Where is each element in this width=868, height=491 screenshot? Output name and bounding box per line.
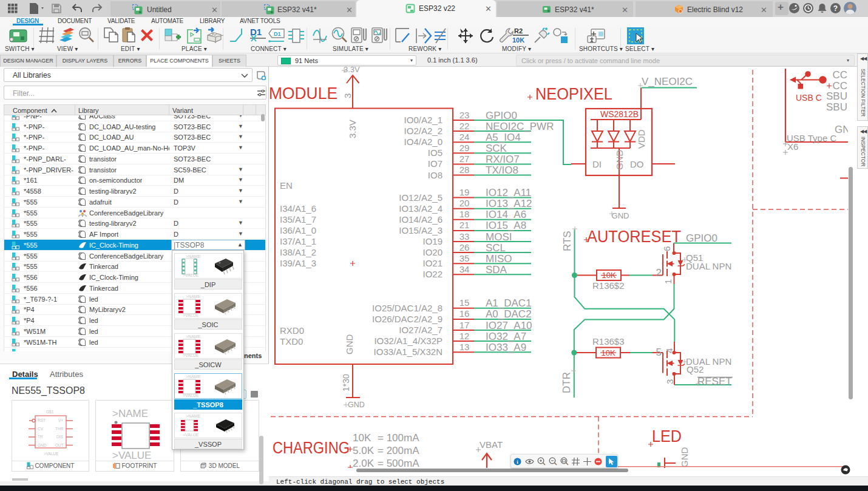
svg-text:22: 22 [459, 121, 470, 131]
svg-text:OUT: OUT [55, 443, 64, 447]
svg-text:RTS: RTS [561, 231, 573, 251]
svg-text:6: 6 [662, 246, 672, 251]
svg-text:NEOPIXEL: NEOPIXEL [535, 84, 612, 103]
svg-text:Q52: Q52 [687, 364, 704, 374]
svg-text:2: 2 [656, 267, 662, 279]
svg-text:DIS: DIS [56, 435, 64, 439]
svg-text:= 200mA: = 200mA [378, 445, 419, 456]
svg-text:10K: 10K [353, 432, 371, 444]
svg-text:A1_DAC1: A1_DAC1 [486, 297, 532, 309]
svg-text:35: 35 [459, 253, 470, 263]
svg-text:GND: GND [344, 334, 354, 355]
svg-text:SDA: SDA [486, 264, 507, 276]
svg-text:IO32/A1_4/X32P: IO32/A1_4/X32P [374, 336, 442, 346]
svg-text:IO14/A2_6: IO14/A2_6 [399, 214, 442, 225]
svg-text:IO33/A1_5/X32N: IO33/A1_5/X32N [374, 347, 442, 357]
svg-text:16: 16 [459, 308, 470, 319]
svg-text:IO25/DAC1/A2_8: IO25/DAC1/A2_8 [372, 303, 442, 313]
svg-text:D1: D1 [274, 31, 281, 37]
svg-text:DTR: DTR [561, 372, 572, 393]
svg-text:MISO: MISO [486, 253, 512, 265]
svg-text:>NAME: >NAME [112, 408, 148, 419]
svg-text:MOSI: MOSI [486, 231, 512, 243]
svg-text:23: 23 [459, 110, 470, 120]
svg-text:29: 29 [459, 143, 470, 153]
svg-text:10K: 10K [512, 36, 524, 44]
svg-text:24: 24 [459, 132, 470, 142]
svg-text:V_NEOI2C: V_NEOI2C [642, 76, 693, 87]
svg-text:IO4/A2_0: IO4/A2_0 [404, 137, 442, 147]
svg-text:18: 18 [459, 209, 470, 219]
svg-text:DUAL NPN: DUAL NPN [686, 261, 731, 271]
svg-text:26: 26 [459, 242, 470, 252]
svg-text:NEOI2C_PWR: NEOI2C_PWR [486, 121, 554, 132]
svg-text:LED: LED [652, 427, 682, 445]
svg-text:VDD: VDD [636, 129, 646, 149]
svg-text:MODULE: MODULE [269, 84, 337, 103]
svg-text:IO2/A2_2: IO2/A2_2 [404, 126, 442, 136]
svg-text:= 100mA: = 100mA [378, 432, 419, 444]
svg-text:G$1: G$1 [46, 410, 54, 414]
svg-text:34: 34 [459, 264, 470, 274]
svg-text:I34/A1_6: I34/A1_6 [280, 203, 316, 214]
svg-text:3: 3 [665, 379, 675, 384]
svg-text:IO12_A11: IO12_A11 [486, 187, 531, 198]
svg-text:RESET: RESET [697, 376, 732, 387]
svg-text:R136$3: R136$3 [592, 336, 625, 347]
svg-text:IO13_A12: IO13_A12 [486, 198, 532, 209]
svg-text:GND: GND [38, 443, 47, 447]
svg-text:21: 21 [459, 220, 470, 230]
svg-text:I37/A1_1: I37/A1_1 [280, 236, 316, 246]
svg-text:?: ? [833, 4, 838, 13]
svg-text:I36/A1_0: I36/A1_0 [280, 225, 316, 235]
svg-text:IO15_A8: IO15_A8 [486, 220, 526, 231]
svg-text:IO13/A2_4: IO13/A2_4 [399, 203, 442, 214]
svg-text:19: 19 [459, 187, 470, 197]
svg-text:GND: GND [679, 447, 690, 468]
svg-text:A0_DAC2: A0_DAC2 [486, 308, 532, 320]
svg-text:USB C: USB C [796, 93, 822, 103]
svg-text:V+: V+ [58, 418, 63, 422]
svg-text:GND: GND [612, 211, 629, 220]
svg-text:3: 3 [342, 93, 353, 98]
svg-text:IO15/A2_3: IO15/A2_3 [399, 225, 442, 235]
svg-text:15: 15 [459, 297, 470, 308]
svg-text:WS2812B: WS2812B [600, 109, 639, 119]
svg-text:3.3V: 3.3V [347, 120, 358, 138]
svg-text:I35/A1_7: I35/A1_7 [280, 214, 316, 225]
svg-text:IO27/A2_7: IO27/A2_7 [399, 325, 442, 335]
svg-text:CV: CV [38, 427, 44, 431]
svg-text:>VALUE: >VALUE [112, 450, 151, 460]
svg-text:I39/A1_3: I39/A1_3 [280, 258, 316, 268]
svg-text:IO22: IO22 [422, 269, 442, 279]
svg-text:IO20: IO20 [422, 247, 442, 257]
svg-text:TR: TR [38, 435, 43, 439]
svg-text:GND: GND [348, 401, 365, 409]
svg-text:IO26/DAC2/A2_9: IO26/DAC2/A2_9 [372, 314, 442, 324]
svg-text:IO5: IO5 [428, 147, 442, 158]
svg-text:SCL: SCL [486, 242, 506, 254]
svg-text:IO21: IO21 [422, 258, 442, 268]
svg-text:IO8: IO8 [428, 170, 442, 180]
svg-text:TX/IO8: TX/IO8 [486, 164, 518, 176]
svg-text:GPIO0: GPIO0 [486, 110, 517, 121]
svg-text:4: 4 [664, 348, 674, 353]
svg-text:VBAT: VBAT [480, 439, 503, 450]
svg-text:IO27_A10: IO27_A10 [486, 320, 532, 331]
svg-text:IO33_A9: IO33_A9 [486, 342, 526, 353]
svg-text:IO14_A6: IO14_A6 [486, 209, 526, 220]
svg-text:5: 5 [656, 347, 662, 358]
svg-text:13: 13 [459, 342, 470, 352]
svg-text:DI: DI [592, 159, 602, 169]
svg-text:>VALUE: >VALUE [44, 452, 59, 456]
svg-text:CC: CC [832, 80, 847, 92]
svg-text:IO19: IO19 [422, 236, 442, 246]
svg-text:RST: RST [38, 418, 46, 422]
svg-text:GPIO0: GPIO0 [686, 232, 717, 244]
svg-text:SCK: SCK [486, 143, 507, 154]
svg-text:IO0/A2_1: IO0/A2_1 [404, 115, 442, 125]
svg-text:28: 28 [459, 164, 470, 175]
svg-text:TXD0: TXD0 [280, 336, 303, 347]
svg-text:GND: GND [614, 150, 625, 171]
svg-text:A5_IO4: A5_IO4 [486, 132, 521, 143]
